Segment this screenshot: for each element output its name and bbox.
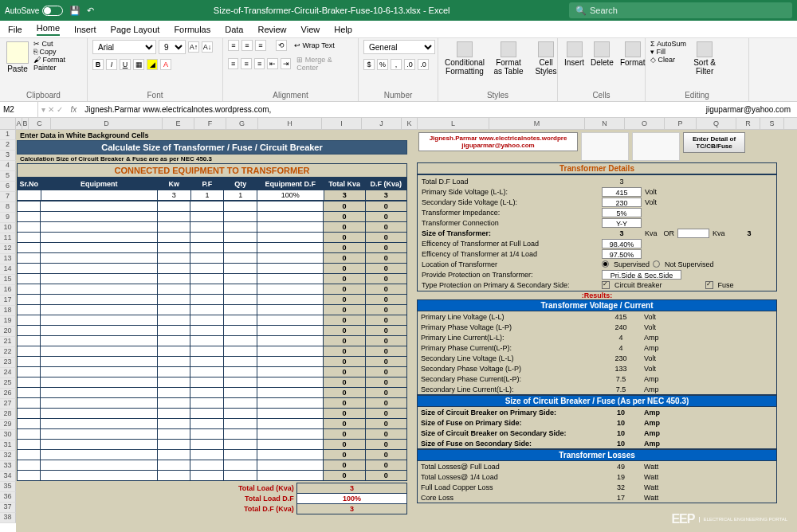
transformer-image [581,132,629,161]
menu-file[interactable]: File [8,25,22,34]
font-name-select[interactable]: Arial [92,40,156,54]
italic-button[interactable]: I [106,59,117,70]
underline-button[interactable]: U [120,59,131,70]
autosave-toggle[interactable]: AutoSave [5,6,63,16]
merge-button[interactable]: ⊞ Merge & Center [296,56,353,72]
equipment-table: Sr.NoEquipmentKwP.FQtyEquipment D.FTotal… [17,178,407,201]
formula-input-2: jiguparmar@yahoo.com [706,105,797,114]
align-right-icon[interactable]: ≡ [254,58,265,69]
align-mid-icon[interactable]: ≡ [241,40,253,51]
formula-bar: M2 ▾ ✕ ✓ fx Jignesh.Parmar www.electrica… [0,102,797,118]
voltage-current-header: Transformer Voltage / Current [417,299,777,311]
supervised-radio[interactable] [602,260,609,268]
increase-font-icon[interactable]: A↑ [188,41,199,53]
menu-formulas[interactable]: Formulas [174,25,210,34]
table-row: 00 [18,409,407,419]
inc-decimal-icon[interactable]: .0 [404,59,415,70]
bold-button[interactable]: B [92,59,104,70]
table-row: 00 [18,429,407,440]
align-left-icon[interactable]: ≡ [228,58,238,69]
border-button[interactable]: ▦ [133,59,144,70]
name-box[interactable]: M2 [0,102,38,117]
table-row: 00 [18,305,407,315]
menu-home[interactable]: Home [37,23,60,36]
cell-styles-button[interactable]: Cell Styles [531,40,561,77]
table-row: 00 [18,460,407,471]
paste-icon [6,41,29,64]
titlebar: AutoSave 💾 ↶ Size-of-Transformer-Circuit… [0,0,797,21]
format-button[interactable]: Format [618,40,647,68]
indent-dec-icon[interactable]: ⇤ [267,58,277,69]
formula-input[interactable]: Jignesh.Parmar www.electricalnotes.wordp… [81,105,705,114]
orientation-icon[interactable]: ⟲ [276,40,287,51]
enter-detail-button[interactable]: Enter Detail of TC/CB/Fuse [683,132,745,153]
table-row: 00 [18,233,407,243]
window-title: Size-of-Transformer-Circuit-Braker-Fuse-… [100,6,563,15]
align-bot-icon[interactable]: ≡ [255,40,266,51]
save-icon[interactable]: 💾 [69,6,80,16]
comma-icon[interactable]: , [391,59,402,70]
format-table-button[interactable]: Format as Table [489,40,528,77]
clear-button[interactable]: ◇ Clear [650,56,686,64]
watermark: EEPELECTRICAL ENGINEERING PORTAL [671,512,787,526]
number-format-select[interactable]: General [363,40,435,54]
table-row: 00 [18,243,407,253]
dec-decimal-icon[interactable]: .0 [418,59,429,70]
fuse-checkbox[interactable] [705,281,713,289]
currency-icon[interactable]: $ [363,59,375,70]
menu-view[interactable]: View [301,25,320,34]
cb-checkbox[interactable] [602,281,610,289]
format-painter-button[interactable]: 🖌 Format Painter [33,56,82,72]
fill-button[interactable]: ▾ Fill [650,48,686,56]
paste-button[interactable]: Paste [5,40,30,75]
font-size-select[interactable]: 9 [159,40,186,54]
fill-color-button[interactable]: ◢ [147,59,158,70]
not-supervised-radio[interactable] [653,260,660,268]
insert-button[interactable]: Insert [563,40,586,68]
align-top-icon[interactable]: ≡ [228,40,239,51]
losses-header: Transformer Losses [417,449,777,461]
delete-button[interactable]: Delete [589,40,615,68]
credit-box: Jignesh.Parmar www.electricalnotes.wordp… [418,132,578,151]
results-label: :Results: [417,291,777,299]
autosum-button[interactable]: Σ AutoSum [650,40,686,48]
table-row: 00 [18,367,407,377]
calc-note: Calculation Size of Circuit Breaker & Fu… [17,155,407,163]
table-row: 00 [18,398,407,409]
decrease-font-icon[interactable]: A↓ [202,41,213,53]
cb-fuse-header: Size of Circuit Breaker / Fuse (As per N… [417,395,777,407]
indent-inc-icon[interactable]: ⇥ [281,58,291,69]
cell-styles-icon [538,41,554,57]
sheet-canvas[interactable]: Enter Data in White Background Cells Cal… [16,130,797,532]
table-row: 00 [18,471,407,481]
menu-help[interactable]: Help [334,25,352,34]
menu-review[interactable]: Review [257,25,286,34]
sort-filter-button[interactable]: Sort & Filter [689,40,720,77]
table-row: 00 [18,357,407,367]
percent-icon[interactable]: % [377,59,388,70]
sort-icon [697,41,713,57]
table-row: 00 [18,326,407,336]
spreadsheet[interactable]: AB CD EF GH IJ KL MN OP QR S 12345678910… [0,118,797,532]
row-headers: 1234567891011121314151617181920212223242… [0,130,16,532]
menu-insert[interactable]: Insert [74,25,96,34]
fx-icon[interactable]: fx [66,105,82,114]
menu-data[interactable]: Data [225,25,243,34]
table-row: 00 [18,212,407,222]
main-title: Calculate Size of Transformer / Fuse / C… [17,140,407,155]
format-icon [625,41,641,57]
wrap-text-button[interactable]: ↩ Wrap Text [294,41,335,49]
table-row: 00 [18,336,407,346]
menubar: File Home Insert Page Layout Formulas Da… [0,21,797,38]
cut-button[interactable]: ✂ Cut [33,40,82,48]
copy-button[interactable]: ⎘ Copy [33,48,82,56]
align-center-icon[interactable]: ≡ [241,58,251,69]
font-color-button[interactable]: A [160,59,171,70]
cond-format-button[interactable]: Conditional Formatting [443,40,486,77]
table-row: 00 [18,450,407,460]
table-row: 00 [18,295,407,305]
table-icon [501,41,516,57]
search-input[interactable]: 🔍 Search [569,2,792,18]
undo-icon[interactable]: ↶ [87,6,94,16]
menu-pagelayout[interactable]: Page Layout [111,25,160,34]
